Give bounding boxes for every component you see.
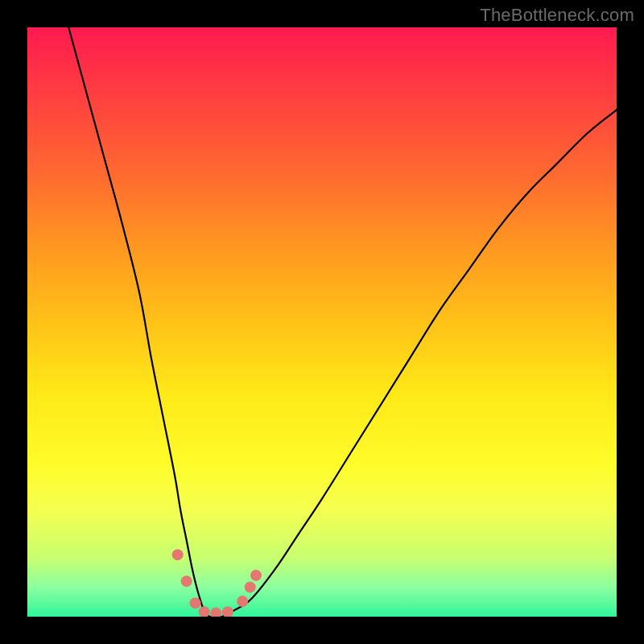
plot-area (27, 27, 617, 617)
data-marker (222, 606, 233, 617)
data-marker (237, 596, 248, 607)
chart-frame: TheBottleneck.com (0, 0, 644, 644)
data-marker (181, 576, 192, 587)
watermark-text: TheBottleneck.com (480, 5, 634, 26)
marker-group (172, 549, 262, 617)
data-marker (250, 570, 262, 581)
data-marker (199, 606, 210, 617)
data-marker (172, 549, 184, 560)
bottleneck-curve (68, 27, 617, 617)
data-marker (245, 581, 256, 592)
chart-svg (27, 27, 617, 617)
data-marker (210, 608, 221, 617)
data-marker (190, 597, 201, 609)
